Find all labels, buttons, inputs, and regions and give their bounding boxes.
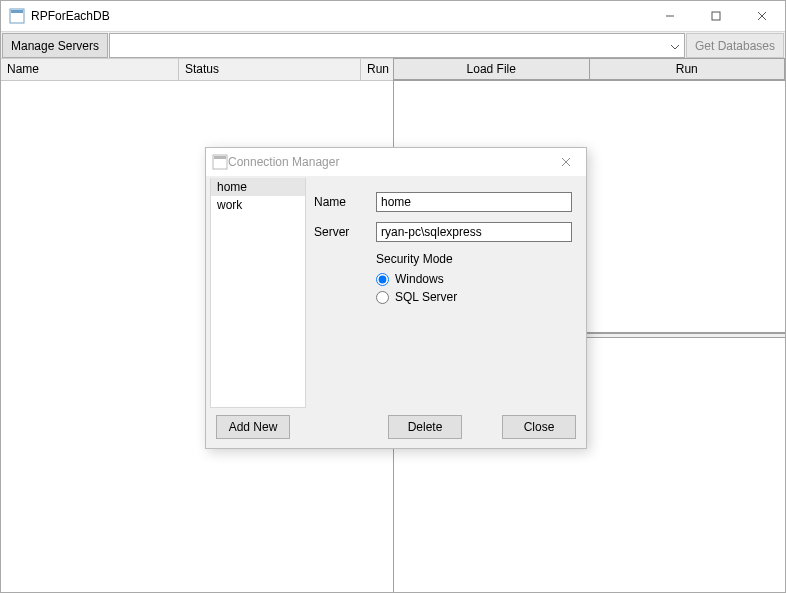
dialog-icon (212, 154, 228, 170)
svg-rect-3 (712, 12, 720, 20)
toolbar: Manage Servers Get Databases (1, 31, 785, 59)
radio-windows-label: Windows (395, 272, 444, 286)
list-item[interactable]: work (211, 196, 305, 214)
radio-sql[interactable] (376, 291, 389, 304)
name-input[interactable] (376, 192, 572, 212)
get-databases-button[interactable]: Get Databases (686, 33, 784, 58)
column-header-status[interactable]: Status (179, 59, 361, 80)
close-button[interactable] (739, 1, 785, 31)
add-new-button[interactable]: Add New (216, 415, 290, 439)
dialog-close-button[interactable] (546, 148, 586, 176)
chevron-down-icon (670, 41, 680, 51)
maximize-button[interactable] (693, 1, 739, 31)
server-input[interactable] (376, 222, 572, 242)
radio-sql-label: SQL Server (395, 290, 457, 304)
main-window: RPForEachDB Manage Servers Get Databases (0, 0, 786, 593)
table-header: Name Status Run (1, 59, 393, 81)
radio-windows[interactable] (376, 273, 389, 286)
window-controls (647, 1, 785, 31)
dialog-titlebar: Connection Manager (206, 148, 586, 176)
window-title: RPForEachDB (31, 9, 110, 23)
name-label: Name (314, 195, 376, 209)
dialog-body: home work Name Server Security Mode Wind… (206, 176, 586, 412)
manage-servers-button[interactable]: Manage Servers (2, 33, 108, 58)
connection-manager-dialog: Connection Manager home work Name Server (205, 147, 587, 449)
list-item[interactable]: home (211, 178, 305, 196)
close-dialog-button[interactable]: Close (502, 415, 576, 439)
app-icon (9, 8, 25, 24)
security-group: Security Mode Windows SQL Server (376, 252, 582, 304)
connection-form: Name Server Security Mode Windows SQL S (314, 178, 582, 408)
dialog-title: Connection Manager (228, 155, 339, 169)
right-tabs: Load File Run (394, 59, 785, 81)
connection-list[interactable]: home work (210, 178, 306, 408)
delete-button[interactable]: Delete (388, 415, 462, 439)
run-button[interactable]: Run (589, 58, 786, 80)
svg-rect-7 (214, 156, 226, 159)
dialog-buttons: Add New Delete Close (206, 412, 586, 448)
titlebar: RPForEachDB (1, 1, 785, 31)
server-label: Server (314, 225, 376, 239)
load-file-button[interactable]: Load File (393, 58, 590, 80)
column-header-name[interactable]: Name (1, 59, 179, 80)
column-header-run[interactable]: Run (361, 59, 395, 80)
security-title: Security Mode (376, 252, 582, 266)
minimize-button[interactable] (647, 1, 693, 31)
svg-rect-1 (11, 10, 23, 13)
server-combobox[interactable] (109, 33, 685, 58)
